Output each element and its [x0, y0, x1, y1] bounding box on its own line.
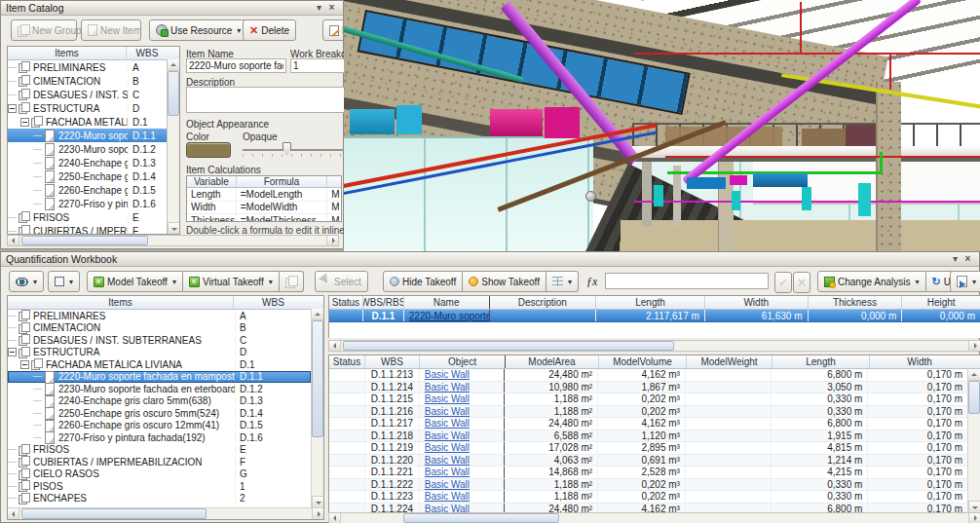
tree-item[interactable]: 2220-Muro soporte f... D.1.1	[8, 129, 167, 142]
export-button[interactable]: ▾	[950, 271, 980, 292]
object-link[interactable]: Basic Wall	[425, 418, 470, 429]
selection-box-button[interactable]: ▾	[48, 271, 80, 292]
detail-column-header[interactable]: WBS	[365, 355, 420, 368]
object-link[interactable]: Basic Wall	[425, 369, 470, 380]
tree-item[interactable]: PRELIMINARES A	[8, 310, 311, 322]
takeoff-row[interactable]: D.1.1.224 Basic Wall 24,480 m² 4,162 m³ …	[329, 504, 967, 513]
report-button-clipped[interactable]: Re	[322, 19, 343, 41]
summary-column-header[interactable]: Status	[329, 296, 363, 309]
model-takeoff-button[interactable]: Model Takeoff ▾	[87, 271, 183, 292]
scroll-left-button[interactable]	[329, 341, 341, 351]
summary-column-header[interactable]: Height	[902, 296, 980, 309]
tree-item[interactable]: 2230-Muro soporte f... D.1.2	[8, 142, 167, 156]
scroll-thumb[interactable]	[312, 320, 323, 437]
takeoff-row[interactable]: D.1.1.221 Basic Wall 14,868 m² 2,528 m³ …	[329, 467, 967, 479]
wbs-input[interactable]	[290, 58, 344, 73]
detail-vscrollbar[interactable]	[967, 369, 980, 512]
tree-item[interactable]: FRISOS E	[8, 210, 167, 224]
detail-column-header[interactable]: Status	[329, 355, 365, 368]
calc-formula[interactable]: =ModelThickness	[237, 214, 327, 222]
scroll-down-button[interactable]	[168, 222, 179, 234]
tree-item[interactable]: 2270-Friso y pintura f... D.1.6	[8, 197, 167, 210]
navigation-mode-button[interactable]: ▾	[9, 271, 44, 292]
expander-minus-icon[interactable]	[20, 118, 29, 127]
description-textarea[interactable]	[186, 87, 344, 113]
close-icon[interactable]: ×	[961, 253, 974, 265]
tree-item[interactable]: ESTRUCTURA D	[8, 347, 311, 359]
tree-item[interactable]: 2250-Enchape gris os... D.1.4	[8, 169, 167, 183]
object-link[interactable]: Basic Wall	[425, 430, 470, 441]
scroll-thumb[interactable]	[168, 71, 179, 116]
scroll-right-button[interactable]	[326, 236, 338, 245]
detail-column-header[interactable]: ModelVolume	[599, 355, 687, 368]
column-wbs[interactable]: WBS	[127, 47, 168, 59]
detail-hscrollbar[interactable]	[328, 512, 980, 523]
takeoff-row[interactable]: D.1.1.214 Basic Wall 10,980 m² 1,867 m³ …	[329, 382, 967, 394]
object-link[interactable]: Basic Wall	[425, 491, 470, 502]
tree-item[interactable]: 2260-Enchape gris oscuro 12mm(41) D.1.5	[8, 420, 311, 432]
tree-item[interactable]: 2230-Muro soporte fachada en eterboard(6…	[8, 383, 311, 395]
hide-takeoff-button[interactable]: Hide Takeoff	[383, 271, 463, 292]
expander-minus-icon[interactable]	[8, 348, 17, 356]
detail-column-header[interactable]: Width	[870, 355, 969, 368]
tree-item[interactable]: 2270-Friso y pintura fachada(192) D.1.6	[8, 431, 311, 444]
tree-item[interactable]: PRELIMINARES A	[8, 60, 167, 74]
object-link[interactable]: Basic Wall	[425, 406, 470, 417]
summary-column-header[interactable]: Thickness	[809, 296, 903, 309]
tree-item[interactable]: FACHADA METÁLICA LI... D.1	[8, 115, 167, 129]
tree-item[interactable]: PISOS 1	[8, 480, 311, 493]
scroll-down-button[interactable]	[968, 501, 980, 512]
tree-item[interactable]: 2220-Muro soporte fachada en mamposteria…	[8, 371, 311, 384]
summary-name-link[interactable]: 2220-Muro soporte fachada	[409, 311, 490, 321]
tree-item[interactable]: 2240-Enchape gris cl... D.1.3	[8, 156, 167, 169]
scroll-thumb[interactable]	[21, 236, 148, 245]
tree-item[interactable]: CIMENTACION B	[8, 74, 167, 88]
summary-column-header[interactable]: Description	[490, 296, 597, 309]
show-takeoff-button[interactable]: Show Takeoff	[463, 271, 547, 292]
column-items[interactable]: Items	[8, 296, 234, 309]
close-icon[interactable]: ×	[325, 2, 338, 14]
tree-item[interactable]: FACHADA METÁLICA LIVIANA D.1	[8, 358, 311, 371]
tree-item[interactable]: CUBIERTAS / IMPERMEA... F	[8, 224, 167, 234]
detail-column-header[interactable]: Object	[420, 355, 506, 368]
object-link[interactable]: Basic Wall	[425, 393, 470, 404]
delete-button[interactable]: ✕ Delete	[243, 19, 296, 41]
catalog-hscrollbar[interactable]	[7, 235, 339, 246]
takeoff-row[interactable]: D.1.1.216 Basic Wall 1,188 m² 0,202 m³ 0…	[329, 406, 967, 419]
scroll-left-button[interactable]	[8, 508, 19, 519]
scroll-right-button[interactable]	[312, 508, 323, 519]
takeoff-row[interactable]: D.1.1.217 Basic Wall 24,480 m² 4,162 m³ …	[329, 418, 967, 430]
scroll-up-button[interactable]	[312, 309, 323, 320]
calc-row[interactable]: Length =ModelLength M	[187, 188, 341, 202]
column-items[interactable]: Items	[8, 47, 127, 59]
detail-column-header[interactable]: ModelArea	[506, 355, 599, 368]
calc-formula[interactable]: =ModelLength	[237, 188, 327, 201]
virtual-takeoff-button[interactable]: Virtual Takeoff ▾	[183, 271, 280, 292]
object-link[interactable]: Basic Wall	[425, 455, 470, 466]
calc-formula[interactable]: =ModelWidth	[237, 202, 327, 214]
scroll-thumb[interactable]	[21, 508, 207, 519]
scroll-up-button[interactable]	[968, 369, 980, 381]
scroll-right-button[interactable]	[968, 341, 980, 351]
color-swatch[interactable]	[186, 142, 231, 158]
scroll-down-button[interactable]	[312, 496, 323, 507]
pin-icon[interactable]: ▾	[949, 253, 961, 265]
summary-column-header[interactable]: Length	[596, 296, 705, 309]
summary-column-header[interactable]: Name	[404, 296, 490, 309]
object-link[interactable]: Basic Wall	[425, 442, 470, 453]
object-link[interactable]: Basic Wall	[425, 467, 470, 477]
takeoff-row[interactable]: D.1.1.222 Basic Wall 1,188 m² 0,202 m³ 0…	[329, 479, 967, 492]
catalog-tree-vscrollbar[interactable]	[167, 59, 179, 234]
summary-hscrollbar[interactable]	[328, 340, 980, 352]
summary-selected-row[interactable]: D.1.1 2220-Muro soporte fachada 2.117,61…	[329, 310, 980, 322]
calc-row[interactable]: Thickness =ModelThickness M	[187, 214, 341, 222]
object-link[interactable]: Basic Wall	[425, 479, 470, 490]
opacity-slider-track[interactable]	[243, 149, 344, 151]
scroll-up-button[interactable]	[168, 59, 179, 71]
item-name-input[interactable]	[186, 58, 286, 73]
expander-minus-icon[interactable]	[8, 104, 17, 113]
calc-row[interactable]: Width =ModelWidth M	[187, 202, 341, 215]
tree-item[interactable]: 2250-Enchape gris oscuro 5mm(524) D.1.4	[8, 407, 311, 420]
takeoff-row[interactable]: D.1.1.219 Basic Wall 17,028 m² 2,895 m³ …	[329, 442, 967, 455]
takeoff-row[interactable]: D.1.1.223 Basic Wall 1,188 m² 0,202 m³ 0…	[329, 491, 967, 504]
